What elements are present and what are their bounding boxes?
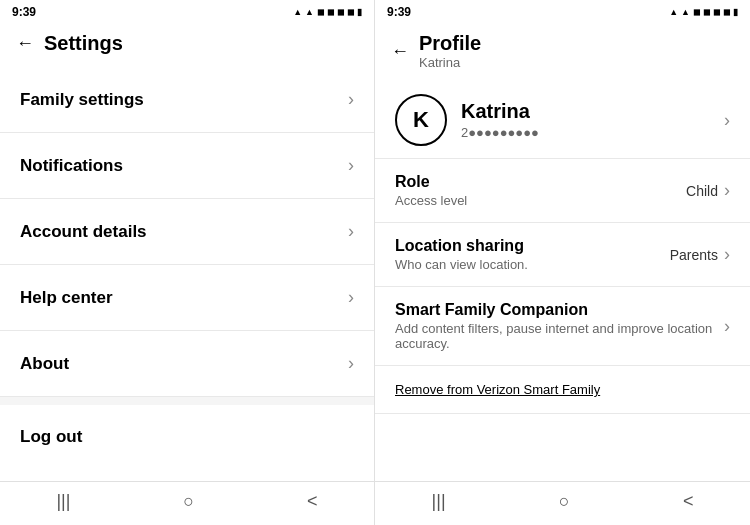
left-status-icons: ▲▲◼◼◼◼▮ [293,7,362,17]
left-status-bar: 9:39 ▲▲◼◼◼◼▮ [0,0,374,24]
right-page-title: Profile [419,32,481,55]
about-chevron-icon: › [348,353,354,374]
location-sharing-item[interactable]: Location sharing Who can view location. … [375,223,750,287]
smart-family-subtitle: Add content filters, pause internet and … [395,321,724,351]
family-settings-label: Family settings [20,90,144,110]
menu-item-logout[interactable]: Log out [0,397,374,469]
menu-item-family-settings[interactable]: Family settings › [0,67,374,133]
right-time: 9:39 [387,5,411,19]
right-nav-back-icon[interactable]: < [683,491,694,512]
smart-family-chevron-icon: › [724,316,730,337]
role-title: Role [395,173,686,191]
role-subtitle: Access level [395,193,686,208]
right-status-icons: ▲▲◼◼◼◼▮ [669,7,738,17]
smart-family-item[interactable]: Smart Family Companion Add content filte… [375,287,750,366]
menu-item-about[interactable]: About › [0,331,374,397]
help-center-chevron-icon: › [348,287,354,308]
role-item[interactable]: Role Access level Child › [375,159,750,223]
right-header: ← Profile Katrina [375,24,750,82]
logout-label: Log out [20,427,82,447]
role-value: Child [686,183,718,199]
left-page-title: Settings [44,32,123,55]
right-back-button[interactable]: ← [391,41,409,62]
right-page-subtitle: Katrina [419,55,481,70]
account-details-label: Account details [20,222,147,242]
avatar: K [395,94,447,146]
location-sharing-value: Parents [670,247,718,263]
left-time: 9:39 [12,5,36,19]
left-nav-recent-icon[interactable]: ||| [56,491,70,512]
location-sharing-chevron-icon: › [724,244,730,265]
left-bottom-nav: ||| ○ < [0,481,374,525]
profile-number: 2●●●●●●●●● [461,125,539,140]
notifications-chevron-icon: › [348,155,354,176]
left-menu-list: Family settings › Notifications › Accoun… [0,67,374,481]
right-nav-home-icon[interactable]: ○ [559,491,570,512]
menu-item-help-center[interactable]: Help center › [0,265,374,331]
right-spacer [375,414,750,481]
profile-chevron-icon: › [724,110,730,131]
remove-link[interactable]: Remove from Verizon Smart Family [375,366,750,414]
account-details-chevron-icon: › [348,221,354,242]
right-panel: 9:39 ▲▲◼◼◼◼▮ ← Profile Katrina K Katrina… [375,0,750,525]
right-bottom-nav: ||| ○ < [375,481,750,525]
left-panel: 9:39 ▲▲◼◼◼◼▮ ← Settings Family settings … [0,0,375,525]
notifications-label: Notifications [20,156,123,176]
menu-item-account-details[interactable]: Account details › [0,199,374,265]
help-center-label: Help center [20,288,113,308]
menu-item-notifications[interactable]: Notifications › [0,133,374,199]
role-chevron-icon: › [724,180,730,201]
left-back-button[interactable]: ← [16,33,34,54]
right-status-bar: 9:39 ▲▲◼◼◼◼▮ [375,0,750,24]
left-nav-back-icon[interactable]: < [307,491,318,512]
location-sharing-title: Location sharing [395,237,670,255]
location-sharing-subtitle: Who can view location. [395,257,670,272]
profile-name: Katrina [461,100,539,123]
family-settings-chevron-icon: › [348,89,354,110]
smart-family-title: Smart Family Companion [395,301,724,319]
right-nav-recent-icon[interactable]: ||| [432,491,446,512]
left-header: ← Settings [0,24,374,67]
left-nav-home-icon[interactable]: ○ [183,491,194,512]
about-label: About [20,354,69,374]
profile-row[interactable]: K Katrina 2●●●●●●●●● › [375,82,750,159]
